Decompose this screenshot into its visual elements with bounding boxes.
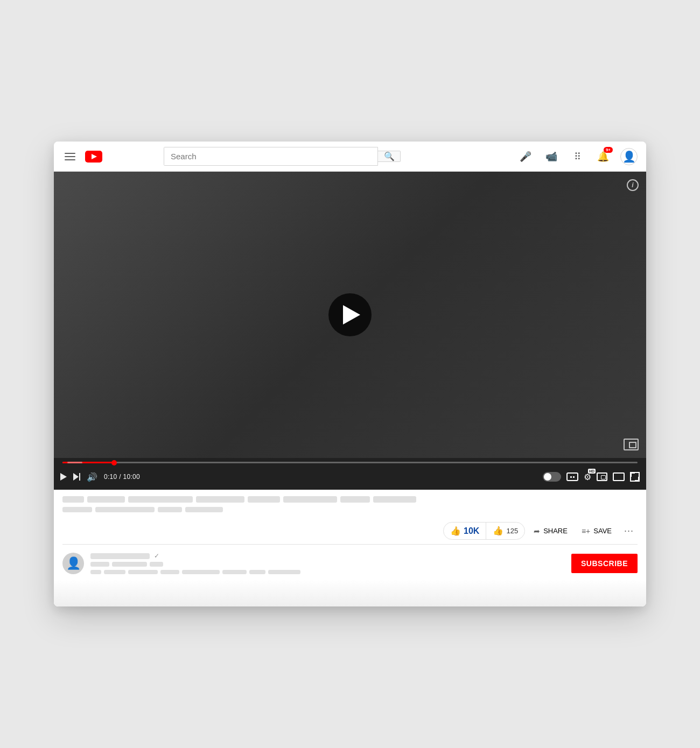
channel-avatar[interactable]: 👤 bbox=[62, 553, 84, 574]
youtube-logo[interactable] bbox=[85, 151, 102, 163]
save-button[interactable]: ≡+ SAVE bbox=[576, 524, 617, 539]
avatar-person-icon: 👤 bbox=[66, 556, 81, 570]
autoplay-toggle[interactable] bbox=[543, 472, 561, 482]
subscribers-skeleton bbox=[90, 562, 109, 567]
save-icon: ≡+ bbox=[582, 527, 590, 535]
hamburger-menu-icon[interactable] bbox=[62, 151, 78, 163]
desc-skeleton bbox=[268, 570, 300, 574]
nav-left bbox=[62, 151, 102, 163]
share-icon: ➦ bbox=[534, 527, 540, 535]
progress-played bbox=[62, 462, 114, 463]
youtube-logo-icon bbox=[85, 151, 102, 163]
verified-icon: ✓ bbox=[154, 552, 159, 560]
channel-name-skeleton bbox=[90, 553, 150, 559]
user-icon: 👤 bbox=[622, 150, 636, 163]
below-player: 👍 10K 👎 125 ➦ SHARE ≡+ SAVE bbox=[54, 490, 646, 580]
dislike-count: 125 bbox=[506, 527, 518, 535]
notifications-icon-button[interactable]: 🔔 9+ bbox=[594, 148, 612, 165]
fullscreen-button[interactable] bbox=[630, 472, 640, 482]
search-icon: 🔍 bbox=[384, 151, 395, 161]
like-button[interactable]: 👍 10K bbox=[444, 523, 486, 539]
meta-skeleton-block bbox=[62, 507, 92, 512]
cc-dot bbox=[570, 476, 572, 478]
title-skeleton-block bbox=[248, 496, 280, 503]
desc-line-1 bbox=[90, 570, 565, 574]
subscribers-skeleton-3 bbox=[150, 562, 163, 567]
hd-badge: HD bbox=[588, 469, 596, 474]
progress-bar[interactable] bbox=[58, 461, 642, 464]
desc-skeleton bbox=[249, 570, 265, 574]
title-skeleton-block bbox=[196, 496, 244, 503]
settings-button[interactable]: ⚙ HD bbox=[584, 472, 591, 482]
search-input-wrapper bbox=[164, 147, 378, 166]
like-count: 10K bbox=[464, 526, 479, 536]
controls-bar: 🔊 0:10 / 10:00 ⚙ HD bbox=[54, 464, 646, 490]
speaker-icon: 🔊 bbox=[87, 472, 97, 482]
like-dislike-group: 👍 10K 👎 125 bbox=[443, 522, 525, 540]
meta-skeleton-block bbox=[158, 507, 182, 512]
microphone-icon-button[interactable]: 🎤 bbox=[517, 148, 534, 165]
desc-skeleton bbox=[222, 570, 247, 574]
search-button[interactable]: 🔍 bbox=[378, 151, 401, 162]
play-triangle-icon bbox=[343, 305, 360, 324]
title-skeleton-block bbox=[373, 496, 416, 503]
video-meta-skeleton bbox=[62, 507, 638, 512]
actions-bar: 👍 10K 👎 125 ➦ SHARE ≡+ SAVE bbox=[62, 518, 638, 545]
bottom-shadow bbox=[54, 580, 646, 606]
next-icon bbox=[73, 473, 80, 481]
title-skeleton-block bbox=[128, 496, 193, 503]
channel-subscribers-row bbox=[90, 562, 565, 567]
miniplayer-icon[interactable] bbox=[624, 439, 639, 450]
desc-skeleton bbox=[104, 570, 125, 574]
apps-icon-button[interactable]: ⠿ bbox=[569, 148, 586, 165]
play-button-center[interactable] bbox=[328, 293, 372, 336]
thumbs-down-icon: 👎 bbox=[493, 526, 503, 536]
channel-info: ✓ bbox=[90, 552, 565, 574]
cc-dot-2 bbox=[573, 476, 575, 478]
channel-row: 👤 ✓ bbox=[62, 545, 638, 580]
title-skeleton-block bbox=[340, 496, 370, 503]
play-pause-button[interactable] bbox=[60, 473, 67, 481]
microphone-icon: 🎤 bbox=[520, 151, 531, 163]
desc-skeleton bbox=[128, 570, 158, 574]
controls-left: 🔊 0:10 / 10:00 bbox=[60, 472, 543, 482]
meta-skeleton-block bbox=[185, 507, 223, 512]
create-video-icon-button[interactable]: 📹 bbox=[543, 148, 560, 165]
theater-mode-button[interactable] bbox=[613, 472, 625, 481]
title-skeleton-block bbox=[87, 496, 125, 503]
subscribers-skeleton-2 bbox=[112, 562, 147, 567]
title-skeleton-block bbox=[62, 496, 84, 503]
search-input[interactable] bbox=[164, 147, 377, 165]
desc-skeleton bbox=[90, 570, 101, 574]
video-player: i bbox=[54, 172, 646, 490]
navbar: 🔍 🎤 📹 ⠿ 🔔 9+ 👤 bbox=[54, 142, 646, 172]
progress-track bbox=[62, 462, 638, 463]
controls-right: ⚙ HD bbox=[543, 472, 640, 482]
apps-grid-icon: ⠿ bbox=[574, 151, 581, 163]
subscribe-button[interactable]: SUBSCRIBE bbox=[571, 554, 638, 573]
share-button[interactable]: ➦ SHARE bbox=[528, 524, 573, 539]
more-options-button[interactable]: ··· bbox=[620, 523, 638, 540]
video-area[interactable]: i bbox=[54, 172, 646, 458]
volume-button[interactable]: 🔊 bbox=[87, 472, 97, 482]
notification-badge: 9+ bbox=[604, 147, 613, 153]
save-label: SAVE bbox=[593, 527, 612, 535]
info-icon[interactable]: i bbox=[627, 179, 639, 191]
next-video-button[interactable] bbox=[73, 473, 80, 481]
progress-buffered bbox=[67, 462, 83, 463]
channel-name-row: ✓ bbox=[90, 552, 565, 560]
miniplayer-button[interactable] bbox=[597, 472, 607, 481]
subtitles-button[interactable] bbox=[566, 472, 578, 481]
video-title-skeleton bbox=[62, 496, 638, 503]
thumbs-up-icon: 👍 bbox=[450, 526, 461, 536]
dislike-button[interactable]: 👎 125 bbox=[486, 523, 524, 539]
share-label: SHARE bbox=[543, 527, 568, 535]
browser-window: 🔍 🎤 📹 ⠿ 🔔 9+ 👤 bbox=[54, 142, 646, 606]
play-icon bbox=[60, 473, 67, 481]
title-skeleton-block bbox=[283, 496, 337, 503]
nav-right: 🎤 📹 ⠿ 🔔 9+ 👤 bbox=[517, 148, 638, 165]
video-camera-icon: 📹 bbox=[545, 151, 557, 163]
ellipsis-icon: ··· bbox=[624, 525, 634, 537]
time-display: 0:10 / 10:00 bbox=[104, 473, 140, 481]
user-avatar-button[interactable]: 👤 bbox=[620, 148, 638, 165]
